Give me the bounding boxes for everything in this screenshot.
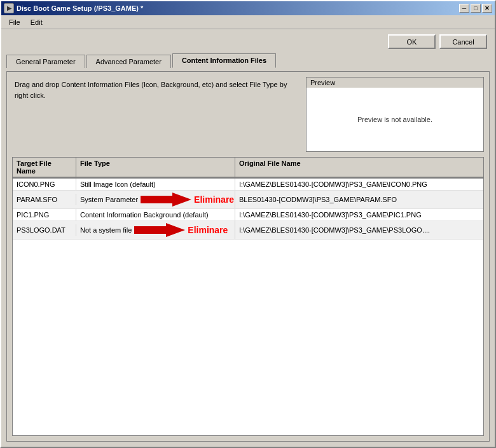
cell-type: System Parameter Eliminare — [76, 191, 235, 208]
action-buttons: OK Cancel — [6, 34, 490, 49]
tab-advanced[interactable]: Advanced Parameter — [86, 55, 171, 68]
table-wrapper: Target File Name File Type Original File… — [12, 157, 484, 436]
tab-general[interactable]: General Parameter — [6, 55, 85, 68]
table-header: Target File Name File Type Original File… — [13, 158, 483, 179]
cell-target: PS3LOGO.DAT — [13, 224, 76, 236]
menu-bar: File Edit — [1, 15, 495, 29]
maximize-button[interactable]: □ — [471, 4, 481, 13]
table-body: ICON0.PNG Still Image Icon (default) I:\… — [13, 179, 483, 435]
description-text: Drag and drop Content Information Files … — [12, 77, 301, 152]
red-arrow-icon — [141, 193, 191, 207]
cancel-button[interactable]: Cancel — [439, 34, 487, 49]
col-header-original: Original File Name — [235, 158, 483, 178]
main-window: ▶ Disc Boot Game Setup (/PS3_GAME) * ─ □… — [0, 0, 496, 448]
ok-button[interactable]: OK — [388, 34, 436, 49]
table-row: ICON0.PNG Still Image Icon (default) I:\… — [13, 179, 483, 191]
cell-target: PARAM.SFO — [13, 194, 76, 205]
annotation-eliminare: Eliminare — [194, 194, 234, 205]
table-row: PIC1.PNG Content Information Background … — [13, 209, 483, 221]
preview-label: Preview — [307, 78, 483, 88]
col-header-type: File Type — [76, 158, 235, 178]
window-icon: ▶ — [4, 3, 14, 13]
menu-file[interactable]: File — [4, 17, 25, 27]
close-button[interactable]: ✕ — [482, 4, 492, 13]
cell-type: Content Information Background (default) — [76, 209, 235, 221]
minimize-button[interactable]: ─ — [459, 4, 469, 13]
annotation-eliminare: Eliminare — [188, 225, 228, 235]
cell-type: Not a system file Eliminare — [76, 221, 235, 239]
cell-target: ICON0.PNG — [13, 179, 76, 190]
window-title: Disc Boot Game Setup (/PS3_GAME) * — [17, 4, 459, 12]
cell-type: Still Image Icon (default) — [76, 179, 235, 190]
title-bar: ▶ Disc Boot Game Setup (/PS3_GAME) * ─ □… — [1, 1, 495, 15]
cell-original: I:\GAMEZ\BLES01430-[CODMW3]\PS3_GAME\ICO… — [235, 179, 483, 190]
table-row: PS3LOGO.DAT Not a system file Eliminare … — [13, 221, 483, 240]
title-bar-buttons: ─ □ ✕ — [459, 4, 492, 13]
col-header-target: Target File Name — [13, 158, 76, 178]
menu-edit[interactable]: Edit — [25, 17, 48, 27]
cell-original: I:\GAMEZ\BLES01430-[CODMW3]\PS3_GAME\PIC… — [235, 209, 483, 221]
preview-box: Preview Preview is not available. — [306, 77, 484, 152]
file-table: Target File Name File Type Original File… — [12, 157, 484, 436]
cell-target: PIC1.PNG — [13, 209, 76, 221]
svg-marker-1 — [134, 223, 185, 237]
red-arrow-icon — [134, 223, 185, 237]
preview-content: Preview is not available. — [307, 88, 483, 151]
tab-bar: General Parameter Advanced Parameter Con… — [6, 53, 490, 67]
table-row: PARAM.SFO System Parameter Eliminare BLE… — [13, 191, 483, 209]
content-area: OK Cancel General Parameter Advanced Par… — [1, 29, 495, 447]
tab-content[interactable]: Content Information Files — [172, 53, 276, 68]
cell-original: BLES01430-[CODMW3]\PS3_GAME\PARAM.SFO — [235, 194, 483, 205]
top-section: Drag and drop Content Information Files … — [12, 77, 484, 152]
svg-marker-0 — [141, 193, 191, 207]
cell-original: I:\GAMEZ\BLES01430-[CODMW3]\PS3_GAME\PS3… — [235, 224, 483, 236]
tab-panel: Drag and drop Content Information Files … — [6, 71, 490, 442]
